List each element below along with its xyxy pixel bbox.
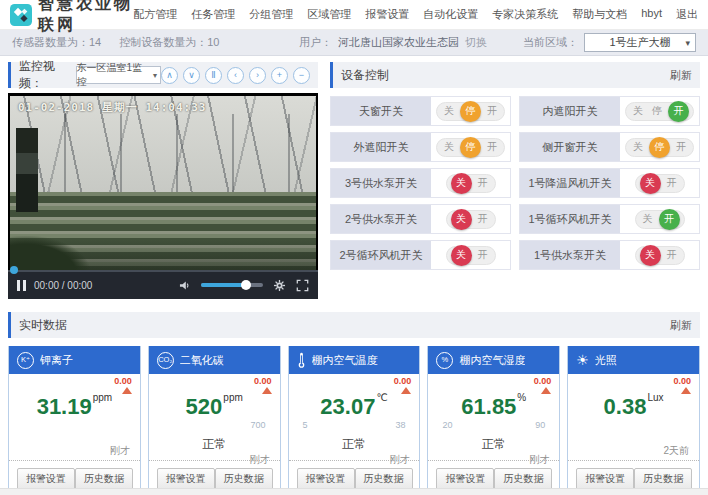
nav-item[interactable]: 专家决策系统 [492, 7, 558, 22]
toggle-state[interactable]: 停 [652, 106, 662, 116]
nav-item[interactable]: 区域管理 [307, 7, 351, 22]
device-refresh-link[interactable]: 刷新 [670, 68, 692, 83]
volume-slider-handle[interactable] [241, 280, 251, 290]
nav-item[interactable]: 退出 [676, 7, 698, 22]
nav-item[interactable]: 自动化设置 [423, 7, 478, 22]
toggle-state[interactable]: 关 [444, 106, 454, 116]
toggle-state[interactable]: 开 [487, 142, 497, 152]
device-toggle[interactable]: 关开 [446, 210, 496, 229]
alarm-settings-button[interactable]: 报警设置 [157, 468, 215, 490]
alarm-up-triangle-icon [681, 387, 691, 394]
alarm-settings-button[interactable]: 报警设置 [436, 468, 494, 490]
realtime-refresh-link[interactable]: 刷新 [670, 318, 692, 333]
nav-item[interactable]: 配方管理 [133, 7, 177, 22]
device-label: 1号供水泵开关 [520, 241, 620, 269]
toggle-state-active[interactable]: 停 [649, 137, 670, 158]
settings-gear-icon[interactable] [273, 279, 286, 292]
switch-user-link[interactable]: 切换 [465, 35, 487, 50]
toggle-state[interactable]: 开 [676, 142, 686, 152]
toggle-state[interactable]: 开 [478, 178, 488, 188]
alarm-settings-button[interactable]: 报警设置 [576, 468, 634, 490]
sensor-card: ☀ 光照 0.00 0.38Lux 2天前 报警设置 历史数据 [567, 346, 700, 495]
ptz-controls: ∧∨Ⅱ‹›+− [161, 67, 310, 84]
zoom-in-button[interactable]: + [271, 67, 288, 84]
pause-button[interactable] [17, 280, 26, 291]
video-progress-bar[interactable] [8, 270, 318, 272]
video-progress-handle[interactable] [10, 266, 18, 274]
alarm-settings-button[interactable]: 报警设置 [297, 468, 355, 490]
fullscreen-icon[interactable] [296, 279, 309, 292]
toggle-state[interactable]: 开 [667, 250, 677, 260]
toggle-state[interactable]: 关 [444, 142, 454, 152]
nav-item[interactable]: 分组管理 [249, 7, 293, 22]
sensor-unit: % [517, 392, 526, 403]
alarm-settings-button[interactable]: 报警设置 [17, 468, 75, 490]
toggle-state-active[interactable]: 停 [460, 137, 481, 158]
sensor-unit: ppm [93, 392, 112, 403]
volume-icon[interactable] [178, 279, 191, 292]
video-player[interactable]: 01-02-2018 星期一 14:04:33 [8, 93, 318, 271]
toggle-state-active[interactable]: 关 [451, 245, 472, 266]
nav-item[interactable]: hbyt [641, 7, 662, 22]
device-toggle[interactable]: 关开 [635, 210, 685, 229]
toggle-state-active[interactable]: 开 [668, 101, 689, 122]
history-data-button[interactable]: 历史数据 [75, 468, 133, 490]
toggle-state[interactable]: 开 [487, 106, 497, 116]
device-toggle[interactable]: 关停开 [625, 102, 694, 121]
pause-button[interactable]: Ⅱ [205, 67, 222, 84]
toggle-state-active[interactable]: 停 [460, 101, 481, 122]
device-toggle[interactable]: 关停开 [436, 102, 505, 121]
region-select[interactable]: 1号生产大棚 [584, 33, 696, 52]
toggle-state[interactable]: 关 [633, 106, 643, 116]
nav-item[interactable]: 报警设置 [365, 7, 409, 22]
volume-slider[interactable] [201, 283, 263, 287]
top-nav: 配方管理任务管理分组管理区域管理报警设置自动化设置专家决策系统帮助与文档hbyt… [133, 7, 698, 22]
device-label: 1号循环风机开关 [520, 205, 620, 233]
toggle-state[interactable]: 开 [478, 250, 488, 260]
zoom-out-button[interactable]: − [293, 67, 310, 84]
pan-down-button[interactable]: ∨ [183, 67, 200, 84]
toggle-state[interactable]: 关 [643, 214, 653, 224]
history-data-button[interactable]: 历史数据 [494, 468, 552, 490]
toggle-state-active[interactable]: 关 [640, 173, 661, 194]
device-row: 天窗开关关停开 [330, 96, 511, 126]
device-label: 2号循环风机开关 [331, 241, 431, 269]
pan-left-button[interactable]: ‹ [227, 67, 244, 84]
nav-item[interactable]: 帮助与文档 [572, 7, 627, 22]
device-toggle[interactable]: 关开 [446, 246, 496, 265]
region-label: 当前区域： [523, 35, 578, 50]
device-row: 1号供水泵开关关开 [519, 240, 700, 270]
toggle-state[interactable]: 开 [478, 214, 488, 224]
device-toggle[interactable]: 关开 [635, 246, 685, 265]
device-toggle[interactable]: 关开 [446, 174, 496, 193]
device-toggle[interactable]: 关开 [635, 174, 685, 193]
alarm-threshold: 0.00 [436, 377, 551, 394]
history-data-button[interactable]: 历史数据 [215, 468, 273, 490]
camera-select[interactable]: 东一区温室1监控 [76, 66, 161, 84]
history-data-button[interactable]: 历史数据 [355, 468, 413, 490]
region-value: 1号生产大棚 [609, 35, 670, 50]
sensor-title: 棚内空气温度 [312, 353, 378, 368]
toggle-state-active[interactable]: 关 [451, 209, 472, 230]
alarm-threshold: 0.00 [297, 377, 412, 394]
alarm-value: 0.00 [534, 377, 552, 386]
range-min: 5 [303, 421, 308, 430]
history-data-button[interactable]: 历史数据 [634, 468, 692, 490]
pan-right-button[interactable]: › [249, 67, 266, 84]
toggle-state[interactable]: 关 [633, 142, 643, 152]
nav-item[interactable]: 任务管理 [191, 7, 235, 22]
alarm-up-triangle-icon [122, 387, 132, 394]
pan-up-button[interactable]: ∧ [161, 67, 178, 84]
sensor-value: 520 [186, 394, 223, 419]
device-row: 2号循环风机开关关开 [330, 240, 511, 270]
device-toggle[interactable]: 关停开 [436, 138, 505, 157]
toggle-state-active[interactable]: 开 [659, 209, 680, 230]
toggle-state[interactable]: 开 [667, 178, 677, 188]
device-row: 侧开窗开关关停开 [519, 132, 700, 162]
toggle-state-active[interactable]: 关 [640, 245, 661, 266]
device-label: 2号供水泵开关 [331, 205, 431, 233]
device-toggle[interactable]: 关停开 [625, 138, 694, 157]
sensor-card: 棚内空气温度 0.00 23.07℃ 5 38 正常 刚才 报警设置 历史数据 [288, 346, 421, 495]
toggle-state-active[interactable]: 关 [451, 173, 472, 194]
video-time-display: 00:00 / 00:00 [34, 280, 92, 291]
